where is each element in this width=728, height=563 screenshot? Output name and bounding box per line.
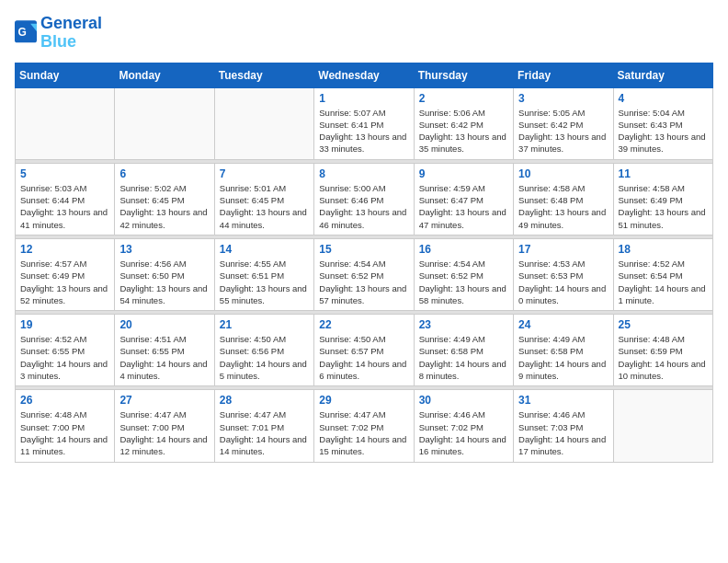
day-number: 24	[518, 318, 608, 331]
calendar-cell: 24Sunrise: 4:49 AMSunset: 6:58 PMDayligh…	[514, 315, 613, 386]
day-info: Sunrise: 5:06 AMSunset: 6:42 PMDaylight:…	[419, 107, 508, 155]
calendar-cell	[115, 87, 214, 159]
day-info: Sunrise: 4:47 AMSunset: 7:00 PMDaylight:…	[119, 408, 209, 457]
day-info: Sunrise: 4:59 AMSunset: 6:47 PMDaylight:…	[419, 182, 508, 231]
calendar-cell: 25Sunrise: 4:48 AMSunset: 6:59 PMDayligh…	[613, 315, 712, 386]
day-number: 13	[119, 243, 209, 256]
week-row: 26Sunrise: 4:48 AMSunset: 7:00 PMDayligh…	[16, 390, 713, 462]
logo-text: General Blue	[40, 15, 102, 52]
day-info: Sunrise: 4:47 AMSunset: 7:01 PMDaylight:…	[220, 408, 309, 457]
day-info: Sunrise: 4:47 AMSunset: 7:02 PMDaylight:…	[319, 408, 408, 457]
day-info: Sunrise: 4:51 AMSunset: 6:55 PMDaylight:…	[119, 333, 209, 382]
calendar-cell: 22Sunrise: 4:50 AMSunset: 6:57 PMDayligh…	[314, 315, 414, 386]
week-row: 1Sunrise: 5:07 AMSunset: 6:41 PMDaylight…	[16, 87, 713, 159]
day-number: 26	[20, 394, 109, 407]
day-number: 28	[220, 394, 309, 407]
day-number: 11	[619, 167, 708, 180]
calendar-cell: 27Sunrise: 4:47 AMSunset: 7:00 PMDayligh…	[115, 390, 214, 462]
logo-icon: G	[15, 20, 37, 46]
day-of-week-header: Wednesday	[314, 63, 414, 87]
calendar-cell: 7Sunrise: 5:01 AMSunset: 6:45 PMDaylight…	[214, 163, 313, 235]
day-of-week-header: Monday	[115, 63, 214, 87]
day-of-week-header: Thursday	[414, 63, 513, 87]
day-of-week-header: Tuesday	[214, 63, 313, 87]
day-number: 23	[419, 318, 508, 331]
day-info: Sunrise: 4:57 AMSunset: 6:49 PMDaylight:…	[20, 258, 109, 306]
day-number: 5	[20, 167, 109, 180]
calendar-cell: 4Sunrise: 5:04 AMSunset: 6:43 PMDaylight…	[613, 87, 712, 159]
day-info: Sunrise: 4:48 AMSunset: 6:59 PMDaylight:…	[619, 333, 708, 382]
day-info: Sunrise: 4:49 AMSunset: 6:58 PMDaylight:…	[419, 333, 508, 382]
day-info: Sunrise: 4:50 AMSunset: 6:56 PMDaylight:…	[220, 333, 309, 382]
day-number: 6	[119, 167, 209, 180]
calendar-table: SundayMondayTuesdayWednesdayThursdayFrid…	[15, 63, 713, 463]
calendar-cell: 9Sunrise: 4:59 AMSunset: 6:47 PMDaylight…	[414, 163, 513, 235]
day-number: 31	[518, 394, 608, 407]
calendar-cell: 1Sunrise: 5:07 AMSunset: 6:41 PMDaylight…	[314, 87, 414, 159]
calendar-cell: 26Sunrise: 4:48 AMSunset: 7:00 PMDayligh…	[16, 390, 115, 462]
calendar-cell: 11Sunrise: 4:58 AMSunset: 6:49 PMDayligh…	[613, 163, 712, 235]
week-row: 5Sunrise: 5:03 AMSunset: 6:44 PMDaylight…	[16, 163, 713, 235]
calendar-cell: 21Sunrise: 4:50 AMSunset: 6:56 PMDayligh…	[214, 315, 313, 386]
day-info: Sunrise: 5:04 AMSunset: 6:43 PMDaylight:…	[619, 107, 708, 155]
day-number: 20	[119, 318, 209, 331]
day-info: Sunrise: 4:54 AMSunset: 6:52 PMDaylight:…	[319, 258, 408, 306]
calendar-cell: 28Sunrise: 4:47 AMSunset: 7:01 PMDayligh…	[214, 390, 313, 462]
calendar-cell	[613, 390, 712, 462]
day-info: Sunrise: 4:46 AMSunset: 7:02 PMDaylight:…	[419, 408, 508, 457]
day-number: 25	[619, 318, 708, 331]
day-number: 8	[319, 167, 408, 180]
day-info: Sunrise: 5:03 AMSunset: 6:44 PMDaylight:…	[20, 182, 109, 231]
day-info: Sunrise: 4:54 AMSunset: 6:52 PMDaylight:…	[419, 258, 508, 306]
day-info: Sunrise: 4:48 AMSunset: 7:00 PMDaylight:…	[20, 408, 109, 457]
calendar-cell: 20Sunrise: 4:51 AMSunset: 6:55 PMDayligh…	[115, 315, 214, 386]
day-of-week-header: Sunday	[16, 63, 115, 87]
calendar-cell: 16Sunrise: 4:54 AMSunset: 6:52 PMDayligh…	[414, 238, 513, 310]
calendar-cell: 3Sunrise: 5:05 AMSunset: 6:42 PMDaylight…	[514, 87, 613, 159]
day-number: 1	[319, 92, 408, 105]
calendar-cell: 30Sunrise: 4:46 AMSunset: 7:02 PMDayligh…	[414, 390, 513, 462]
svg-text:G: G	[17, 26, 26, 39]
week-row: 12Sunrise: 4:57 AMSunset: 6:49 PMDayligh…	[16, 238, 713, 310]
calendar-cell: 29Sunrise: 4:47 AMSunset: 7:02 PMDayligh…	[314, 390, 414, 462]
day-number: 29	[319, 394, 408, 407]
day-number: 16	[419, 243, 508, 256]
calendar-cell: 14Sunrise: 4:55 AMSunset: 6:51 PMDayligh…	[214, 238, 313, 310]
day-number: 27	[119, 394, 209, 407]
day-number: 30	[419, 394, 508, 407]
page-header: G General Blue	[15, 15, 713, 52]
day-number: 22	[319, 318, 408, 331]
day-info: Sunrise: 5:00 AMSunset: 6:46 PMDaylight:…	[319, 182, 408, 231]
calendar-cell: 15Sunrise: 4:54 AMSunset: 6:52 PMDayligh…	[314, 238, 414, 310]
day-number: 9	[419, 167, 508, 180]
day-info: Sunrise: 5:02 AMSunset: 6:45 PMDaylight:…	[119, 182, 209, 231]
calendar-cell: 17Sunrise: 4:53 AMSunset: 6:53 PMDayligh…	[514, 238, 613, 310]
calendar-cell	[214, 87, 313, 159]
calendar-cell: 2Sunrise: 5:06 AMSunset: 6:42 PMDaylight…	[414, 87, 513, 159]
day-info: Sunrise: 4:52 AMSunset: 6:54 PMDaylight:…	[619, 258, 708, 306]
day-info: Sunrise: 5:05 AMSunset: 6:42 PMDaylight:…	[518, 107, 608, 155]
calendar-header-row: SundayMondayTuesdayWednesdayThursdayFrid…	[16, 63, 713, 87]
day-info: Sunrise: 4:52 AMSunset: 6:55 PMDaylight:…	[20, 333, 109, 382]
calendar-cell: 6Sunrise: 5:02 AMSunset: 6:45 PMDaylight…	[115, 163, 214, 235]
day-info: Sunrise: 4:46 AMSunset: 7:03 PMDaylight:…	[518, 408, 608, 457]
day-info: Sunrise: 4:53 AMSunset: 6:53 PMDaylight:…	[518, 258, 608, 306]
day-number: 17	[518, 243, 608, 256]
day-number: 7	[220, 167, 309, 180]
calendar-cell: 31Sunrise: 4:46 AMSunset: 7:03 PMDayligh…	[514, 390, 613, 462]
day-number: 18	[619, 243, 708, 256]
week-row: 19Sunrise: 4:52 AMSunset: 6:55 PMDayligh…	[16, 315, 713, 386]
day-info: Sunrise: 4:58 AMSunset: 6:48 PMDaylight:…	[518, 182, 608, 231]
day-number: 3	[518, 92, 608, 105]
day-number: 19	[20, 318, 109, 331]
day-of-week-header: Friday	[514, 63, 613, 87]
day-info: Sunrise: 5:07 AMSunset: 6:41 PMDaylight:…	[319, 107, 408, 155]
day-info: Sunrise: 4:56 AMSunset: 6:50 PMDaylight:…	[119, 258, 209, 306]
calendar-cell: 23Sunrise: 4:49 AMSunset: 6:58 PMDayligh…	[414, 315, 513, 386]
day-number: 21	[220, 318, 309, 331]
day-of-week-header: Saturday	[613, 63, 712, 87]
day-info: Sunrise: 4:55 AMSunset: 6:51 PMDaylight:…	[220, 258, 309, 306]
calendar-cell: 13Sunrise: 4:56 AMSunset: 6:50 PMDayligh…	[115, 238, 214, 310]
day-info: Sunrise: 5:01 AMSunset: 6:45 PMDaylight:…	[220, 182, 309, 231]
day-number: 14	[220, 243, 309, 256]
